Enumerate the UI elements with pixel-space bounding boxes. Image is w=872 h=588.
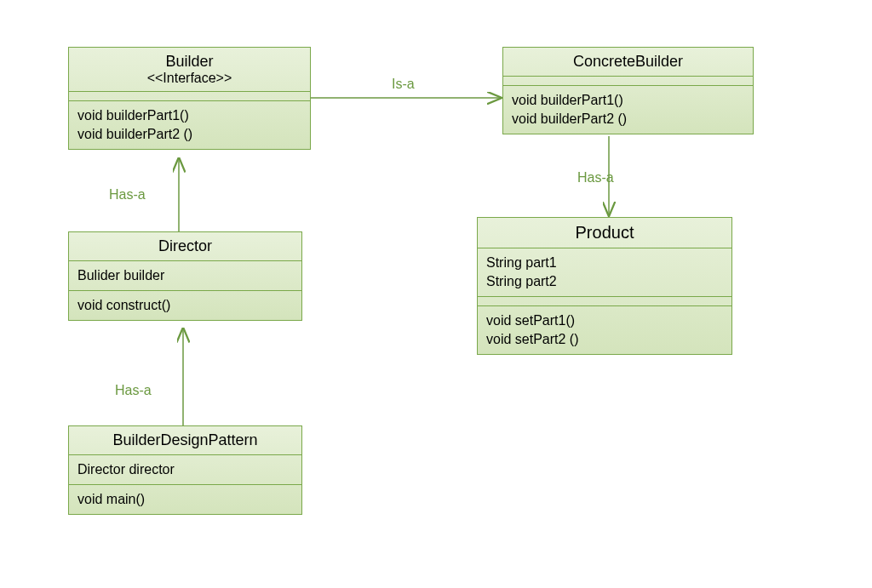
class-product-title: Product <box>478 218 731 248</box>
edge-label-is-a: Is-a <box>392 77 415 92</box>
class-concrete-builder-methods: void builderPart1() void builderPart2 () <box>503 86 753 134</box>
class-product-method-line: void setPart2 () <box>486 330 723 349</box>
class-bdp-methods: void main() <box>69 485 301 514</box>
class-concrete-builder-empty-section <box>503 77 753 86</box>
class-director-method-line: void construct() <box>77 296 293 315</box>
class-product-attribute-line: String part1 <box>486 254 723 272</box>
class-builder-design-pattern: BuilderDesignPattern Director director v… <box>68 425 302 515</box>
class-director-title: Director <box>69 232 301 261</box>
class-builder: Builder <<Interface>> void builderPart1(… <box>68 47 311 150</box>
class-product-method-line: void setPart1() <box>486 311 723 330</box>
class-director-methods: void construct() <box>69 291 301 320</box>
edge-label-has-a-builder-director: Has-a <box>109 187 146 203</box>
class-builder-methods: void builderPart1() void builderPart2 () <box>69 101 310 149</box>
class-concrete-builder-method-line: void builderPart2 () <box>512 110 744 128</box>
class-bdp-title: BuilderDesignPattern <box>69 426 301 455</box>
class-product-attributes: String part1 String part2 <box>478 248 731 297</box>
class-builder-name: Builder <box>165 53 213 70</box>
class-concrete-builder-title: ConcreteBuilder <box>503 48 753 77</box>
class-product-empty-section <box>478 297 731 306</box>
class-director: Director Bulider builder void construct(… <box>68 231 302 321</box>
class-concrete-builder: ConcreteBuilder void builderPart1() void… <box>502 47 754 134</box>
class-bdp-name: BuilderDesignPattern <box>112 431 257 448</box>
class-director-attributes: Bulider builder <box>69 261 301 291</box>
class-bdp-attribute-line: Director director <box>77 460 293 479</box>
uml-diagram: Builder <<Interface>> void builderPart1(… <box>0 0 872 588</box>
class-concrete-builder-name: ConcreteBuilder <box>573 53 683 70</box>
class-builder-title: Builder <<Interface>> <box>69 48 310 92</box>
class-builder-empty-section <box>69 92 310 101</box>
class-product-methods: void setPart1() void setPart2 () <box>478 306 731 354</box>
class-bdp-method-line: void main() <box>77 490 293 509</box>
class-director-attribute-line: Bulider builder <box>77 266 293 285</box>
class-product: Product String part1 String part2 void s… <box>477 217 732 355</box>
class-builder-stereotype: <<Interface>> <box>73 71 306 86</box>
class-director-name: Director <box>158 237 212 254</box>
class-builder-method-line: void builderPart2 () <box>77 125 301 144</box>
edge-label-has-a-director-bdp: Has-a <box>115 383 152 398</box>
class-builder-method-line: void builderPart1() <box>77 106 301 125</box>
class-bdp-attributes: Director director <box>69 455 301 485</box>
class-product-attribute-line: String part2 <box>486 272 723 291</box>
class-product-name: Product <box>576 223 634 242</box>
class-concrete-builder-method-line: void builderPart1() <box>512 91 744 110</box>
edge-label-has-a-concrete-product: Has-a <box>577 170 614 186</box>
